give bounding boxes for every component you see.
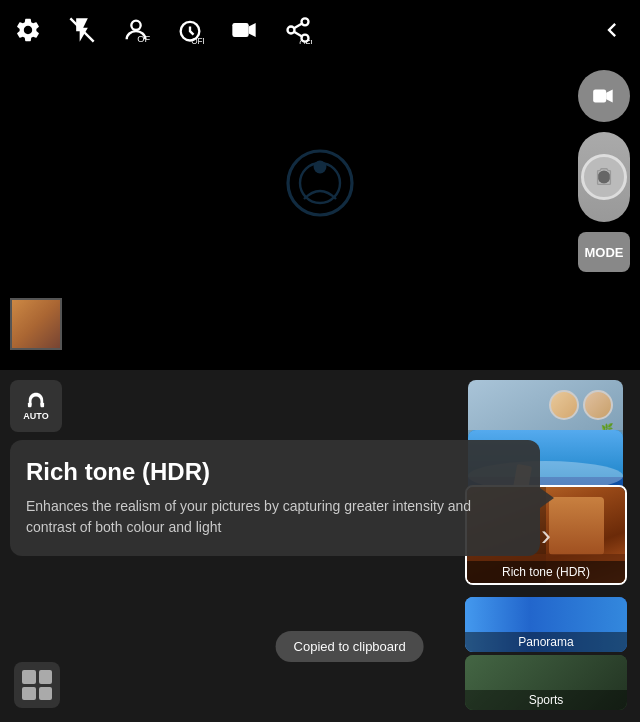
sports-card-label: Sports <box>465 690 627 710</box>
svg-rect-19 <box>28 403 32 408</box>
settings-icon[interactable] <box>10 12 46 48</box>
svg-rect-5 <box>232 23 248 37</box>
info-card-description: Enhances the realism of your pictures by… <box>26 496 524 538</box>
timer-off-icon[interactable]: OFF <box>172 12 208 48</box>
mode-card-panorama[interactable]: Panorama <box>465 597 627 652</box>
svg-point-18 <box>598 171 611 184</box>
sports-card-image: Sports <box>465 655 627 710</box>
svg-text:OFF: OFF <box>191 37 204 44</box>
grid-cell-2 <box>39 670 53 684</box>
info-card-arrow <box>540 488 554 508</box>
info-card: Rich tone (HDR) Enhances the realism of … <box>10 440 540 556</box>
camera-viewfinder: OFF OFF OFF <box>0 0 640 370</box>
clipboard-toast: Copied to clipboard <box>276 631 424 662</box>
svg-point-15 <box>314 161 327 174</box>
video-effects-icon[interactable] <box>226 12 262 48</box>
info-card-title: Rich tone (HDR) <box>26 458 524 486</box>
grid-button[interactable] <box>14 662 60 708</box>
svg-marker-6 <box>249 23 256 37</box>
selfie-off-icon[interactable]: OFF <box>118 12 154 48</box>
svg-rect-20 <box>41 403 45 408</box>
svg-point-7 <box>302 18 309 25</box>
back-icon[interactable] <box>594 12 630 48</box>
watermark <box>280 143 360 227</box>
last-photo-thumbnail[interactable] <box>10 298 62 350</box>
share-off-icon[interactable]: OFF <box>280 12 316 48</box>
svg-point-1 <box>131 21 140 30</box>
auto-label: AUTO <box>23 411 48 421</box>
svg-rect-16 <box>593 90 606 103</box>
panorama-card-image: Panorama <box>465 597 627 652</box>
photo-button-wrap[interactable] <box>578 132 630 222</box>
svg-text:OFF: OFF <box>299 39 312 44</box>
grid-cell-1 <box>22 670 36 684</box>
last-photo-image <box>12 300 60 348</box>
photo-button[interactable] <box>581 154 627 200</box>
mode-button[interactable]: MODE <box>578 232 630 272</box>
svg-point-8 <box>288 27 295 34</box>
flash-off-icon[interactable] <box>64 12 100 48</box>
svg-marker-17 <box>606 90 613 103</box>
grid-cell-3 <box>22 687 36 701</box>
auto-mode-icon[interactable]: AUTO <box>10 380 62 432</box>
svg-text:OFF: OFF <box>137 34 150 44</box>
hdr-arrow: › <box>541 518 551 552</box>
video-button[interactable] <box>578 70 630 122</box>
svg-line-11 <box>294 24 302 29</box>
svg-line-10 <box>294 32 302 37</box>
mode-card-sports[interactable]: Sports <box>465 655 627 710</box>
bottom-panel: AUTO Rich tone (HDR) Enhances the realis… <box>0 370 640 722</box>
top-toolbar: OFF OFF OFF <box>0 0 640 60</box>
panorama-card-label: Panorama <box>465 632 627 652</box>
right-controls: MODE <box>578 70 630 272</box>
grid-cell-4 <box>39 687 53 701</box>
hdr-card-label: Rich tone (HDR) <box>467 561 625 583</box>
